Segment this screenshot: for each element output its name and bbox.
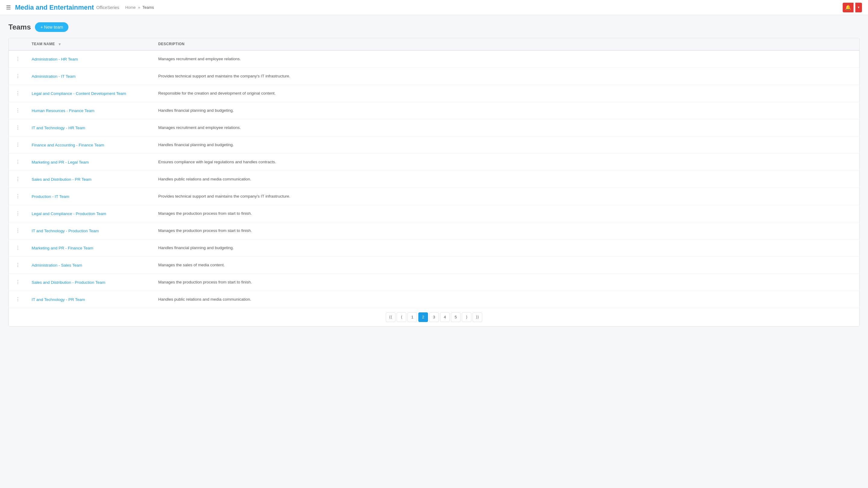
pagination-page-5[interactable]: 5 — [451, 313, 461, 322]
team-name-link[interactable]: Administration - HR Team — [32, 57, 78, 61]
filter-icon[interactable]: ▼ — [58, 42, 61, 46]
row-actions-cell: ⋮ — [9, 102, 27, 119]
row-menu-icon[interactable]: ⋮ — [13, 175, 22, 184]
row-team-name-cell: Administration - Sales Team — [27, 256, 153, 273]
team-name-link[interactable]: Sales and Distribution - PR Team — [32, 177, 92, 182]
row-menu-icon[interactable]: ⋮ — [13, 89, 22, 98]
app-subtitle: OfficeSeries — [96, 5, 119, 10]
team-name-link[interactable]: IT and Technology - PR Team — [32, 297, 85, 302]
table-row: ⋮Sales and Distribution - PR TeamHandles… — [9, 170, 859, 188]
main-content: Teams + New team TEAM NAME ▼ DESCRIPTION… — [0, 15, 868, 334]
row-menu-icon[interactable]: ⋮ — [13, 295, 22, 304]
new-team-button[interactable]: + New team — [35, 22, 68, 32]
pagination-page-4[interactable]: 4 — [440, 313, 450, 322]
row-team-name-cell: Administration - HR Team — [27, 50, 153, 68]
row-menu-icon[interactable]: ⋮ — [13, 278, 22, 287]
row-description-cell: Manages recruitment and employee relatio… — [153, 119, 859, 136]
row-description-cell: Responsible for the creation and develop… — [153, 85, 859, 102]
table-row: ⋮Sales and Distribution - Production Tea… — [9, 273, 859, 291]
row-menu-icon[interactable]: ⋮ — [13, 244, 22, 252]
table-row: ⋮Administration - Sales TeamManages the … — [9, 256, 859, 273]
table-row: ⋮Administration - HR TeamManages recruit… — [9, 50, 859, 68]
pagination-page-1[interactable]: 1 — [407, 313, 417, 322]
team-name-link[interactable]: Administration - IT Team — [32, 74, 76, 78]
row-team-name-cell: Production - IT Team — [27, 188, 153, 205]
row-actions-cell: ⋮ — [9, 119, 27, 136]
row-actions-cell: ⋮ — [9, 239, 27, 256]
team-name-link[interactable]: IT and Technology - Production Team — [32, 229, 99, 233]
row-actions-cell: ⋮ — [9, 136, 27, 153]
row-team-name-cell: Finance and Accounting - Finance Team — [27, 136, 153, 153]
row-team-name-cell: Administration - IT Team — [27, 67, 153, 85]
row-actions-cell: ⋮ — [9, 273, 27, 291]
breadcrumb-home[interactable]: Home — [125, 5, 136, 10]
row-actions-cell: ⋮ — [9, 67, 27, 85]
team-name-link[interactable]: Production - IT Team — [32, 194, 69, 199]
team-name-link[interactable]: Legal and Compliance - Content Developme… — [32, 91, 126, 96]
row-team-name-cell: Marketing and PR - Finance Team — [27, 239, 153, 256]
table-row: ⋮Human Resources - Finance TeamHandles f… — [9, 102, 859, 119]
row-menu-icon[interactable]: ⋮ — [13, 192, 22, 201]
team-name-link[interactable]: Sales and Distribution - Production Team — [32, 280, 105, 285]
team-name-link[interactable]: Finance and Accounting - Finance Team — [32, 143, 104, 147]
row-description-cell: Provides technical support and maintains… — [153, 188, 859, 205]
pagination-page-3[interactable]: 3 — [429, 313, 439, 322]
notification-dropdown-button[interactable]: ▾ — [855, 3, 862, 12]
row-team-name-cell: Human Resources - Finance Team — [27, 102, 153, 119]
pagination-page-2[interactable]: 2 — [418, 313, 428, 322]
team-name-link[interactable]: Administration - Sales Team — [32, 263, 82, 267]
row-description-cell: Handles public relations and media commu… — [153, 291, 859, 308]
row-actions-cell: ⋮ — [9, 188, 27, 205]
table-row: ⋮IT and Technology - PR TeamHandles publ… — [9, 291, 859, 308]
table-row: ⋮Finance and Accounting - Finance TeamHa… — [9, 136, 859, 153]
table-row: ⋮Production - IT TeamProvides technical … — [9, 188, 859, 205]
header-actions: 🔔 ▾ — [843, 3, 862, 12]
row-description-cell: Handles public relations and media commu… — [153, 170, 859, 188]
team-name-link[interactable]: Legal and Compliance - Production Team — [32, 212, 106, 216]
team-name-link[interactable]: Marketing and PR - Legal Team — [32, 160, 89, 164]
pagination-prev[interactable]: ⟨ — [397, 313, 406, 322]
row-actions-cell: ⋮ — [9, 222, 27, 239]
table-row: ⋮Administration - IT TeamProvides techni… — [9, 67, 859, 85]
table-row: ⋮Legal and Compliance - Production TeamM… — [9, 205, 859, 222]
row-menu-icon[interactable]: ⋮ — [13, 158, 22, 166]
pagination-last[interactable]: ⟩⟩ — [472, 313, 482, 322]
hamburger-menu-icon[interactable]: ☰ — [6, 4, 11, 11]
row-menu-icon[interactable]: ⋮ — [13, 261, 22, 269]
team-name-link[interactable]: Human Resources - Finance Team — [32, 108, 94, 113]
row-menu-icon[interactable]: ⋮ — [13, 106, 22, 115]
row-team-name-cell: Legal and Compliance - Content Developme… — [27, 85, 153, 102]
row-menu-icon[interactable]: ⋮ — [13, 227, 22, 235]
row-actions-cell: ⋮ — [9, 205, 27, 222]
pagination-next[interactable]: ⟩ — [462, 313, 471, 322]
pagination: ⟨⟨ ⟨ 1 2 3 4 5 ⟩ ⟩⟩ — [9, 308, 859, 326]
row-menu-icon[interactable]: ⋮ — [13, 124, 22, 132]
row-description-cell: Manages the sales of media content. — [153, 256, 859, 273]
breadcrumb-current: Teams — [143, 5, 154, 10]
team-name-link[interactable]: Marketing and PR - Finance Team — [32, 246, 93, 250]
notification-button[interactable]: 🔔 — [843, 3, 854, 12]
row-actions-cell: ⋮ — [9, 153, 27, 170]
row-actions-cell: ⋮ — [9, 256, 27, 273]
app-title: Media and Entertainment — [15, 4, 94, 11]
row-menu-icon[interactable]: ⋮ — [13, 141, 22, 149]
row-menu-icon[interactable]: ⋮ — [13, 72, 22, 80]
pagination-first[interactable]: ⟨⟨ — [386, 313, 396, 322]
breadcrumb-separator: » — [138, 5, 140, 10]
page-header: Teams + New team — [8, 22, 860, 32]
row-menu-icon[interactable]: ⋮ — [13, 55, 22, 63]
table-body: ⋮Administration - HR TeamManages recruit… — [9, 50, 859, 308]
row-team-name-cell: Legal and Compliance - Production Team — [27, 205, 153, 222]
row-description-cell: Manages the production process from star… — [153, 222, 859, 239]
row-description-cell: Handles financial planning and budgeting… — [153, 102, 859, 119]
row-team-name-cell: Sales and Distribution - PR Team — [27, 170, 153, 188]
row-team-name-cell: IT and Technology - Production Team — [27, 222, 153, 239]
row-actions-cell: ⋮ — [9, 85, 27, 102]
row-description-cell: Manages recruitment and employee relatio… — [153, 50, 859, 68]
row-menu-icon[interactable]: ⋮ — [13, 209, 22, 218]
row-description-cell: Handles financial planning and budgeting… — [153, 136, 859, 153]
team-name-link[interactable]: IT and Technology - HR Team — [32, 126, 85, 130]
row-description-cell: Handles financial planning and budgeting… — [153, 239, 859, 256]
table-header-row: TEAM NAME ▼ DESCRIPTION — [9, 38, 859, 50]
row-actions-cell: ⋮ — [9, 291, 27, 308]
